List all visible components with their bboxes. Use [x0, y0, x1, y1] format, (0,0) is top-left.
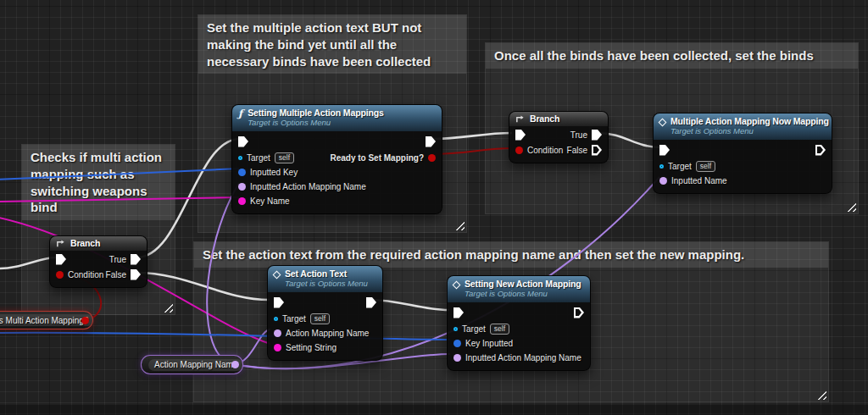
- node-title: Branch: [70, 238, 100, 249]
- comment-title: Set the multiple action text BUT not mak…: [198, 15, 466, 74]
- self-chip[interactable]: self: [310, 313, 330, 324]
- pin-label: Inputted Action Mapping Name: [465, 353, 581, 362]
- name-out-pin[interactable]: [231, 361, 239, 368]
- variable-label: Is Multi Action Mapping?: [0, 314, 93, 326]
- node-branch-top[interactable]: Branch True Condition False: [509, 111, 609, 163]
- condition-pin[interactable]: [515, 147, 523, 154]
- target-pin[interactable]: [453, 327, 458, 331]
- node-branch-bottom[interactable]: Branch True Condition False: [49, 235, 147, 288]
- inputted-action-mapping-name-pin[interactable]: [238, 183, 246, 191]
- inputted-key-pin[interactable]: [238, 169, 246, 176]
- target-pin[interactable]: [274, 317, 278, 321]
- exec-in-pin[interactable]: [56, 254, 66, 265]
- pin-label: Condition: [68, 270, 103, 279]
- exec-in-pin[interactable]: [659, 145, 670, 156]
- exec-in-pin[interactable]: [238, 136, 248, 147]
- comment-title: Set the action text from the required ac…: [194, 242, 828, 268]
- exec-out-pin[interactable]: [815, 145, 826, 156]
- canvas-edge-shade: [0, 405, 868, 415]
- exec-out-pin[interactable]: [574, 307, 584, 318]
- function-icon: ƒ: [238, 108, 242, 119]
- exec-in-pin[interactable]: [274, 297, 284, 308]
- node-multiple-action-mapping-now-mapping[interactable]: Multiple Action Mapping Now Mapping Targ…: [653, 113, 832, 194]
- pin-label: False: [106, 270, 126, 279]
- node-header[interactable]: Multiple Action Mapping Now Mapping Targ…: [654, 113, 832, 140]
- comment-checks-multi-action[interactable]: Checks if multi action mapping such as s…: [21, 144, 175, 315]
- node-header[interactable]: Branch: [50, 236, 147, 251]
- comment-resize-handle[interactable]: [452, 218, 465, 230]
- pin-label: Inputted Key: [250, 168, 298, 177]
- node-header[interactable]: Branch: [509, 112, 608, 126]
- node-setting-new-action-mapping[interactable]: Setting New Action Mapping Target is Opt…: [447, 275, 591, 371]
- pin-label: Inputted Name: [671, 176, 727, 185]
- ready-out-pin[interactable]: [428, 154, 436, 162]
- node-header[interactable]: Set Action Text Target is Options Menu: [268, 266, 382, 292]
- node-subtitle: Target is Options Menu: [285, 279, 368, 289]
- true-exec-pin[interactable]: [131, 254, 141, 265]
- node-subtitle: Target is Options Menu: [670, 127, 829, 136]
- pin-label: Setting String: [286, 343, 337, 352]
- exec-in-pin[interactable]: [515, 130, 526, 141]
- action-mapping-name-pin[interactable]: [274, 329, 281, 337]
- pin-label: Key Inputted: [465, 339, 513, 348]
- node-subtitle: Target is Options Menu: [248, 119, 383, 128]
- setting-string-pin[interactable]: [274, 344, 281, 351]
- inputted-name-pin[interactable]: [659, 177, 667, 185]
- self-chip[interactable]: self: [490, 324, 509, 335]
- self-chip[interactable]: self: [696, 161, 715, 172]
- pin-label: Target: [282, 314, 306, 324]
- false-exec-pin[interactable]: [592, 145, 602, 156]
- branch-icon: [515, 112, 525, 127]
- pin-label: True: [109, 255, 126, 264]
- target-pin[interactable]: [659, 164, 664, 169]
- event-diamond-icon: [453, 281, 461, 290]
- variable-is-multi-action-mapping[interactable]: Is Multi Action Mapping?: [0, 311, 93, 329]
- pin-label: True: [570, 130, 587, 140]
- node-set-action-text[interactable]: Set Action Text Target is Options Menu T…: [267, 265, 383, 361]
- pin-label: Ready to Set Mapping?: [330, 153, 424, 163]
- comment-resize-handle[interactable]: [814, 387, 826, 400]
- branch-icon: [56, 236, 65, 252]
- true-exec-pin[interactable]: [592, 130, 602, 141]
- pin-label: Target: [462, 324, 486, 334]
- event-diamond-icon: [659, 119, 667, 127]
- pin-label: Target: [247, 153, 270, 163]
- event-diamond-icon: [273, 271, 281, 279]
- node-subtitle: Target is Options Menu: [465, 290, 581, 299]
- variable-action-mapping-name[interactable]: Action Mapping Name: [141, 355, 243, 374]
- exec-out-pin[interactable]: [426, 136, 436, 147]
- self-chip[interactable]: self: [275, 152, 294, 163]
- pin-label: Action Mapping Name: [286, 329, 369, 338]
- node-title: Branch: [530, 113, 559, 125]
- pin-label: Condition: [527, 146, 563, 155]
- key-inputted-pin[interactable]: [453, 340, 461, 347]
- inputted-action-mapping-name-pin[interactable]: [453, 354, 461, 362]
- node-header[interactable]: Setting New Action Mapping Target is Opt…: [448, 276, 590, 302]
- exec-in-pin[interactable]: [453, 307, 464, 318]
- pin-label: Target: [668, 162, 692, 171]
- comment-title: Checks if multi action mapping such as s…: [22, 145, 175, 220]
- pin-label: False: [567, 146, 587, 155]
- exec-out-pin[interactable]: [366, 297, 376, 308]
- variable-label: Action Mapping Name: [148, 359, 243, 371]
- comment-resize-handle[interactable]: [160, 300, 173, 313]
- condition-pin[interactable]: [56, 271, 64, 279]
- bool-out-pin[interactable]: [81, 317, 89, 324]
- key-name-pin[interactable]: [238, 197, 246, 205]
- node-setting-multiple-action-mappings[interactable]: ƒ Setting Multiple Action Mappings Targe…: [231, 104, 442, 214]
- comment-title: Once all the binds have been collected, …: [486, 43, 858, 69]
- blueprint-canvas[interactable]: Set the multiple action text BUT not mak…: [0, 0, 868, 415]
- target-pin[interactable]: [238, 156, 242, 160]
- node-header[interactable]: ƒ Setting Multiple Action Mappings Targe…: [232, 105, 442, 131]
- false-exec-pin[interactable]: [131, 269, 141, 280]
- comment-resize-handle[interactable]: [843, 199, 856, 212]
- pin-label: Key Name: [250, 196, 290, 206]
- pin-label: Inputted Action Mapping Name: [250, 182, 366, 191]
